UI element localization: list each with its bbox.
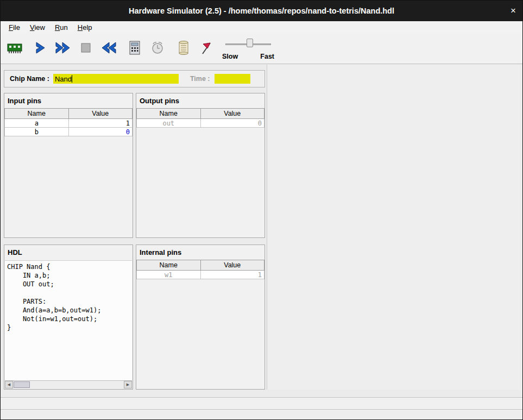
status-bar-top [1,397,522,409]
time-field [215,74,250,84]
calculator-icon [128,40,141,55]
column-header-value: Value [68,109,133,119]
toolbar: Slow Fast Animate: Program flow ▼ Format… [1,33,522,64]
column-header-name: Name [5,109,69,119]
hdl-code-text: CHIP Nand { IN a,b; OUT out; PARTS: And(… [5,261,132,334]
clock-button[interactable] [149,38,166,58]
output-pins-panel: Output pins Name Value out 0 [136,93,265,238]
pin-name-cell: w1 [137,271,201,279]
fast-label: Fast [260,53,274,60]
menu-help[interactable]: Help [73,22,97,33]
text-caret [72,75,72,83]
pin-value-cell: 0 [200,119,264,128]
internal-pins-table: Name Value w1 1 [136,260,264,279]
slow-label: Slow [222,53,238,60]
column-header-name: Name [137,260,201,271]
close-button[interactable]: × [511,5,516,16]
status-bar-bottom [1,409,522,420]
scroll-right-icon[interactable]: ▶ [124,381,132,388]
rewind-button[interactable] [100,38,117,58]
hdl-panel: HDL CHIP Nand { IN a,b; OUT out; PARTS: … [4,245,133,390]
output-pins-table: Name Value out 0 [136,108,264,128]
input-pins-panel: Input pins Name Value a 1 b 0 [4,93,133,238]
time-label: Time : [190,75,210,83]
load-chip-button[interactable] [6,38,23,58]
window-title: Hardware Simulator (2.5) - /home/thomas/… [129,7,394,15]
breakpoints-button[interactable] [198,38,215,58]
column-header-value: Value [200,109,264,119]
output-pins-title: Output pins [136,93,264,108]
stop-icon [80,42,92,54]
internal-pins-title: Internal pins [136,245,264,260]
table-row: w1 1 [137,271,264,279]
scrollbar-thumb[interactable] [14,381,30,388]
menu-file[interactable]: File [4,22,25,33]
input-pins-table: Name Value a 1 b 0 [4,108,133,136]
pin-name-cell: b [5,128,69,136]
chip-name-bar: Chip Name : Nand Time : [4,70,265,87]
chip-name-value: Nand [55,75,72,83]
rewind-icon [100,41,117,54]
evaluate-button[interactable] [126,38,143,58]
speed-slider[interactable] [225,37,271,49]
view-script-button[interactable] [175,38,192,58]
menu-view[interactable]: View [25,22,50,33]
app-window: Hardware Simulator (2.5) - /home/thomas/… [0,0,523,420]
scroll-icon [177,40,190,55]
input-pins-title: Input pins [4,93,133,108]
chip-icon [7,40,23,55]
flag-icon [199,40,213,55]
table-row: a 1 [5,119,133,128]
hdl-title: HDL [4,245,133,260]
pin-name-cell: a [5,119,69,128]
pin-value-cell[interactable]: 1 [68,119,133,128]
run-button[interactable] [54,38,72,58]
table-row: out 0 [137,119,264,128]
step-forward-icon [34,41,48,54]
hdl-code-view: CHIP Nand { IN a,b; OUT out; PARTS: And(… [5,260,132,380]
column-header-value: Value [200,260,264,271]
scrollbar-track[interactable] [13,381,124,388]
menu-run[interactable]: Run [50,22,73,33]
title-bar: Hardware Simulator (2.5) - /home/thomas/… [1,1,522,21]
menu-bar: File View Run Help [1,21,522,33]
scroll-left-icon[interactable]: ◀ [5,381,13,388]
fast-forward-icon [54,41,72,54]
internal-pins-panel: Internal pins Name Value w1 1 [136,245,265,390]
speed-control: Slow Fast [222,35,274,60]
clock-icon [150,40,165,55]
pin-value-cell: 1 [200,271,264,279]
pin-name-cell: out [137,119,201,128]
screen-view-panel [267,65,520,390]
chip-name-field[interactable]: Nand [53,74,179,84]
column-header-name: Name [137,109,201,119]
chip-name-label: Chip Name : [10,75,49,83]
stop-button[interactable] [77,38,94,58]
hdl-horizontal-scrollbar[interactable]: ◀ ▶ [5,380,132,388]
slider-thumb[interactable] [247,39,253,47]
single-step-button[interactable] [32,38,49,58]
table-row: b 0 [5,128,133,136]
pin-value-cell[interactable]: 0 [68,128,133,136]
